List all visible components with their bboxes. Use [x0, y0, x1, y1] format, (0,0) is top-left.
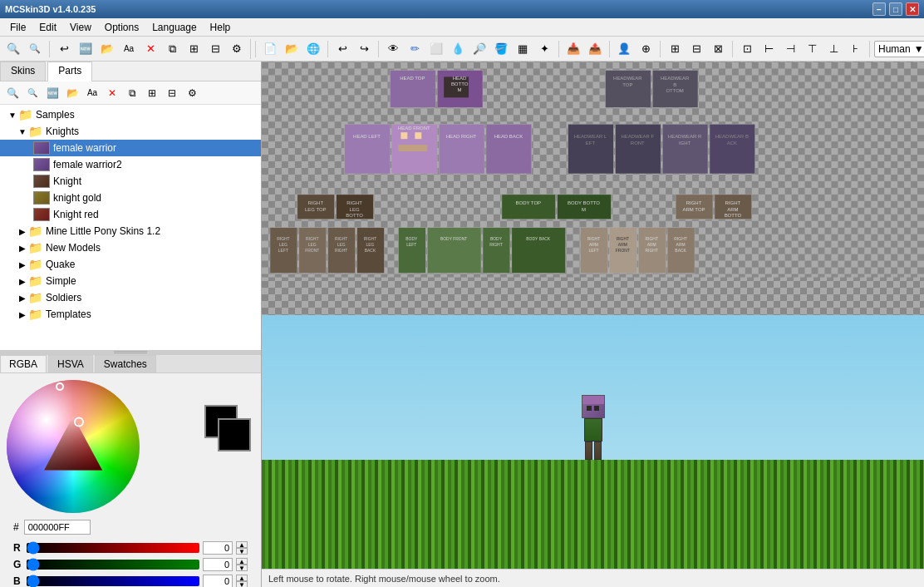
tree-open[interactable]: 📂 — [63, 84, 81, 102]
snap-btn[interactable]: ⊡ — [737, 39, 757, 59]
view-toggle[interactable]: 👁 — [383, 39, 403, 59]
tree-delete[interactable]: ✕ — [103, 84, 121, 102]
r-down[interactable]: ▼ — [236, 548, 248, 555]
skin-canvas[interactable]: HEAD TOP HEAD BOTTO M HEADWEAR TOP HEADW… — [262, 62, 924, 315]
open2-button[interactable]: 📂 — [282, 39, 302, 59]
export-button[interactable]: 📤 — [585, 39, 605, 59]
tab-parts[interactable]: Parts — [47, 62, 92, 81]
tree-zoom-out[interactable]: 🔍 — [23, 84, 42, 102]
figure-button[interactable]: 👤 — [614, 39, 634, 59]
grid-view2[interactable]: ⊟ — [686, 39, 706, 59]
clone-button[interactable]: ⧉ — [162, 39, 182, 59]
color-tab-swatches[interactable]: Swatches — [95, 355, 156, 372]
model-dropdown[interactable]: Human ▼ — [874, 41, 924, 57]
tree-node-knight-red[interactable]: Knight red — [0, 206, 261, 223]
redo-button[interactable]: ↪ — [354, 39, 374, 59]
expand-simple[interactable]: ▶ — [17, 277, 28, 286]
zoom-in-button[interactable]: 🔍 — [3, 39, 23, 59]
pencil-button[interactable]: ✏ — [405, 39, 425, 59]
undo-button[interactable]: ↩ — [54, 39, 74, 59]
tree-zoom-in[interactable]: 🔍 — [3, 84, 22, 102]
expand-templates[interactable]: ▶ — [17, 310, 28, 319]
expand-new-models[interactable]: ▶ — [17, 244, 28, 253]
svg-text:RIGHT: RIGHT — [277, 236, 289, 241]
close-button[interactable]: ✕ — [906, 2, 919, 16]
svg-text:RIGHT: RIGHT — [364, 236, 376, 241]
import-button[interactable]: 📥 — [563, 39, 583, 59]
tree-node-mine-little-pony[interactable]: ▶ 📁 Mine Little Pony Skins 1.2 — [0, 223, 261, 239]
tree-node-female-warrior2[interactable]: female warrior2 — [0, 156, 261, 173]
menu-file[interactable]: File — [3, 20, 32, 35]
grid2-button[interactable]: ⊟ — [205, 39, 225, 59]
fill-button[interactable]: 🪣 — [491, 39, 511, 59]
b-down[interactable]: ▼ — [236, 581, 248, 587]
shade-btn[interactable]: ⊥ — [823, 39, 843, 59]
g-input[interactable] — [203, 558, 233, 571]
mirror-btn[interactable]: ⊢ — [759, 39, 779, 59]
maximize-button[interactable]: □ — [889, 2, 902, 16]
expand-mlp[interactable]: ▶ — [17, 227, 28, 236]
tree-add[interactable]: 🆕 — [43, 84, 61, 102]
expand-soldiers[interactable]: ▶ — [17, 294, 28, 303]
tool-a[interactable]: ⊕ — [636, 39, 656, 59]
color-triangle[interactable] — [40, 412, 106, 479]
new-button[interactable]: 📄 — [260, 39, 280, 59]
tree-node-knights[interactable]: ▼ 📁 Knights — [0, 123, 261, 140]
web-button[interactable]: 🌐 — [303, 39, 323, 59]
tree-node-simple[interactable]: ▶ 📁 Simple — [0, 273, 261, 289]
dark-btn[interactable]: ⊦ — [845, 39, 865, 59]
hex-input[interactable] — [24, 520, 91, 535]
b-input[interactable] — [203, 575, 233, 587]
alpha-btn[interactable]: ⊤ — [802, 39, 822, 59]
expand-knights[interactable]: ▼ — [17, 127, 28, 136]
tree-node-knight[interactable]: Knight — [0, 173, 261, 190]
depth-btn[interactable]: ⊣ — [780, 39, 800, 59]
tree-settings[interactable]: ⚙ — [183, 84, 201, 102]
background-swatch[interactable] — [218, 418, 251, 451]
open-button[interactable]: 📂 — [97, 39, 117, 59]
menu-help[interactable]: Help — [204, 20, 238, 35]
g-down[interactable]: ▼ — [236, 565, 248, 571]
eraser-button[interactable]: ⬜ — [426, 39, 446, 59]
minimize-button[interactable]: − — [872, 2, 886, 16]
grid-view1[interactable]: ⊞ — [665, 39, 685, 59]
r-input[interactable] — [203, 541, 233, 555]
add-skin-button[interactable]: 🆕 — [76, 39, 96, 59]
settings-button[interactable]: ⚙ — [227, 39, 247, 59]
color-tab-rgba[interactable]: RGBA — [0, 355, 47, 372]
tree-rename[interactable]: Aa — [83, 84, 101, 102]
tree-grid[interactable]: ⊞ — [143, 84, 161, 102]
expand-quake[interactable]: ▶ — [17, 260, 28, 269]
tree-node-samples[interactable]: ▼ 📁 Samples — [0, 106, 261, 123]
skin-3d-view[interactable] — [262, 315, 924, 569]
menu-options[interactable]: Options — [98, 20, 145, 35]
tree-clone[interactable]: ⧉ — [123, 84, 141, 102]
expand-samples[interactable]: ▼ — [7, 111, 18, 120]
tree-node-templates[interactable]: ▶ 📁 Templates — [0, 306, 261, 323]
g-slider[interactable] — [27, 560, 199, 570]
tree-node-new-models[interactable]: ▶ 📁 New Models — [0, 239, 261, 256]
scatter-button[interactable]: ✦ — [534, 39, 554, 59]
rename-button[interactable]: Aa — [119, 39, 139, 59]
delete-button[interactable]: ✕ — [140, 39, 160, 59]
menu-view[interactable]: View — [63, 20, 98, 35]
undo2-button[interactable]: ↩ — [332, 39, 352, 59]
color-wheel[interactable] — [7, 380, 140, 513]
b-slider[interactable] — [27, 576, 199, 586]
tree-node-soldiers[interactable]: ▶ 📁 Soldiers — [0, 289, 261, 306]
dropper-button[interactable]: 💧 — [448, 39, 468, 59]
tree-grid2[interactable]: ⊟ — [163, 84, 181, 102]
tree-node-female-warrior[interactable]: female warrior — [0, 140, 261, 156]
magnify-button[interactable]: 🔎 — [469, 39, 489, 59]
tree-node-knight-gold[interactable]: knight gold — [0, 190, 261, 206]
grid-button[interactable]: ⊞ — [184, 39, 204, 59]
menu-language[interactable]: Language — [145, 20, 203, 35]
tree-node-quake[interactable]: ▶ 📁 Quake — [0, 256, 261, 273]
tab-skins[interactable]: Skins — [0, 62, 46, 81]
grid-view3[interactable]: ⊠ — [708, 39, 728, 59]
menu-edit[interactable]: Edit — [32, 20, 63, 35]
zoom-out-button[interactable]: 🔍 — [25, 39, 45, 59]
noise-button[interactable]: ▦ — [513, 39, 533, 59]
r-slider[interactable] — [27, 543, 199, 553]
color-tab-hsva[interactable]: HSVA — [48, 355, 93, 372]
